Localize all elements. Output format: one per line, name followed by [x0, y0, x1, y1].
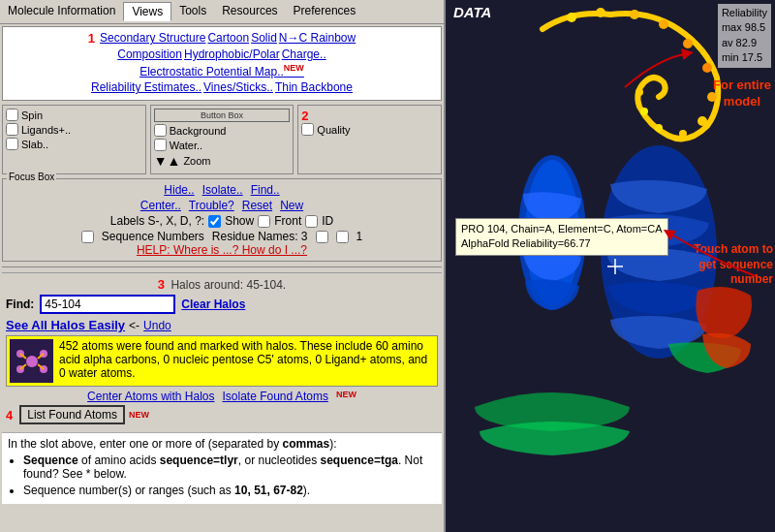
reliability-min: min 17.5	[722, 50, 767, 65]
hide-link[interactable]: Hide..	[164, 183, 194, 197]
result-text: 452 atoms were found and marked with hal…	[59, 339, 434, 380]
svg-point-10	[567, 13, 576, 22]
tooltip-line1: PRO 104, Chain=A, Element=C, Atom=CA	[461, 222, 663, 236]
left-checkbox-group: Spin Ligands+.. Slab..	[2, 105, 146, 174]
list-found-button[interactable]: List Found Atoms	[19, 405, 125, 424]
separator-1	[2, 266, 442, 267]
focus-box: Focus Box Hide.. Isolate.. Find.. Center…	[2, 178, 442, 262]
arrow-left: <-	[129, 319, 140, 332]
center-link[interactable]: Center..	[140, 199, 181, 212]
show-checkbox[interactable]	[208, 215, 221, 228]
ligands-checkbox[interactable]	[6, 123, 18, 136]
svg-point-0	[26, 356, 38, 367]
focus-box-label: Focus Box	[7, 172, 56, 182]
views-section: 1 Secondary Structure Cartoon Solid N→C …	[2, 26, 442, 101]
find-label: Find:	[6, 297, 34, 311]
info-list: Sequence of amino acids sequence=tlyr, o…	[23, 454, 436, 497]
controls-area: Spin Ligands+.. Slab.. Button Box Backgr…	[2, 105, 442, 174]
svg-point-12	[630, 10, 639, 19]
isolate-found-link[interactable]: Isolate Found Atoms	[222, 390, 327, 403]
number-4-badge: 4	[6, 408, 13, 422]
result-box: 452 atoms were found and marked with hal…	[6, 335, 438, 387]
info-intro: In the slot above, enter one or more of …	[8, 437, 436, 451]
menu-tools[interactable]: Tools	[171, 2, 214, 21]
list-found-row: 4 List Found Atoms NEW	[6, 405, 438, 424]
residue-1-label: 1	[356, 230, 363, 243]
number-1-badge: 1	[88, 31, 95, 46]
labels-text: Labels S-, X, D, ?:	[110, 214, 204, 228]
id-checkbox[interactable]	[305, 215, 318, 228]
zoom-arrows: ▼▲	[154, 153, 181, 169]
seq-numbers-checkbox[interactable]	[81, 231, 94, 243]
svg-point-13	[659, 19, 668, 29]
info-section: In the slot above, enter one or more of …	[2, 432, 442, 504]
action-links-row: Center Atoms with Halos Isolate Found At…	[6, 390, 438, 403]
halos-title-text: Halos around: 45-104.	[170, 278, 286, 292]
secondary-structure-link[interactable]: Secondary Structure	[100, 31, 205, 46]
reset-link[interactable]: Reset	[242, 199, 272, 212]
spin-label: Spin	[21, 110, 43, 121]
spin-checkbox[interactable]	[6, 109, 18, 121]
menu-molecule-information[interactable]: Molecule Information	[0, 2, 123, 21]
reliability-box: Reliability max 98.5 av 82.9 min 17.5	[718, 4, 771, 68]
menu-preferences[interactable]: Preferences	[286, 2, 364, 21]
electrostatic-link[interactable]: Electrostatic Potential Map..	[140, 63, 304, 78]
thin-backbone-link[interactable]: Thin Backbone	[275, 80, 353, 94]
nc-rainbow-link[interactable]: N→C Rainbow	[279, 31, 356, 46]
halos-title: 3 Halos around: 45-104.	[6, 277, 438, 292]
undo-link[interactable]: Undo	[143, 319, 171, 332]
isolate-link[interactable]: Isolate..	[202, 183, 243, 197]
water-checkbox[interactable]	[154, 139, 167, 151]
menu-bar: Molecule Information Views Tools Resourc…	[0, 0, 444, 24]
info-item-1: Sequence of amino acids sequence=tlyr, o…	[23, 454, 436, 481]
menu-views[interactable]: Views	[123, 2, 171, 21]
residue-1-checkbox[interactable]	[336, 231, 349, 243]
number-2-badge: 2	[301, 109, 308, 123]
water-label: Water..	[170, 140, 202, 151]
svg-point-17	[698, 116, 707, 126]
help-link[interactable]: HELP: Where is ...? How do I ...?	[137, 243, 307, 257]
ligands-label: Ligands+..	[21, 124, 71, 136]
residue-3-checkbox[interactable]	[316, 231, 328, 243]
molecule-icon	[10, 339, 53, 383]
slab-checkbox[interactable]	[6, 138, 18, 150]
svg-point-21	[636, 88, 643, 96]
right-panel: DATA Reliability max 98.5 av 82.9 min 17…	[446, 0, 775, 532]
find-input[interactable]	[40, 295, 175, 314]
isolate-new-badge: NEW	[336, 390, 356, 403]
touch-atom-label: Touch atom toget sequencenumber	[666, 242, 773, 288]
cartoon-link[interactable]: Cartoon	[207, 31, 249, 46]
quality-checkbox[interactable]	[301, 123, 314, 136]
seq-numbers-label: Sequence Numbers	[102, 230, 204, 243]
center-atoms-link[interactable]: Center Atoms with Halos	[87, 390, 214, 403]
list-new-badge: NEW	[129, 410, 149, 420]
reliability-title: Reliability	[722, 6, 767, 20]
front-checkbox[interactable]	[258, 215, 270, 228]
slab-label: Slab..	[21, 139, 48, 150]
quality-group: 2 Quality	[297, 105, 442, 174]
background-label: Background	[170, 125, 227, 137]
reliability-max: max 98.5	[722, 20, 767, 35]
id-label: ID	[322, 214, 333, 228]
composition-link[interactable]: Composition	[117, 47, 182, 61]
charge-link[interactable]: Charge..	[282, 47, 326, 61]
button-box-label: Button Box	[154, 109, 291, 122]
menu-resources[interactable]: Resources	[214, 2, 285, 21]
background-checkbox[interactable]	[154, 124, 167, 137]
new-link[interactable]: New	[280, 199, 303, 212]
zoom-label: Zoom	[183, 155, 210, 167]
clear-halos-link[interactable]: Clear Halos	[181, 297, 245, 311]
quality-label: Quality	[317, 124, 350, 136]
info-item-2: Sequence number(s) or ranges (such as 10…	[23, 484, 436, 497]
svg-point-20	[640, 108, 648, 115]
see-all-link[interactable]: See All Halos Easily	[6, 318, 125, 332]
hydrophobic-link[interactable]: Hydrophobic/Polar	[184, 47, 280, 61]
residue-names-label: Residue Names: 3	[212, 230, 308, 243]
solid-link[interactable]: Solid	[251, 31, 277, 46]
svg-point-18	[679, 130, 687, 138]
reliability-link[interactable]: Reliability Estimates..	[91, 80, 202, 94]
halos-section: 3 Halos around: 45-104. Find: Clear Halo…	[2, 272, 442, 428]
trouble-link[interactable]: Trouble?	[189, 199, 234, 212]
find-link[interactable]: Find..	[251, 183, 280, 197]
vines-sticks-link[interactable]: Vines/Sticks..	[203, 80, 273, 94]
